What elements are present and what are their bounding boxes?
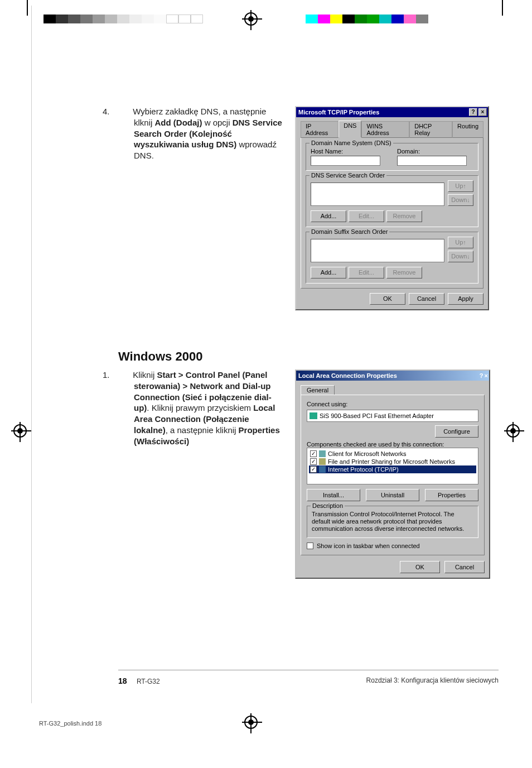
footer-divider xyxy=(118,670,499,670)
domain-input[interactable] xyxy=(397,156,467,166)
dns-remove-button[interactable]: Remove xyxy=(386,210,422,222)
dialog2-title: Local Area Connection Properties xyxy=(298,372,397,379)
cancel2-button[interactable]: Cancel xyxy=(444,561,485,573)
group-dns-search: DNS Service Search Order Up↑ Down↓ Add..… xyxy=(306,175,478,227)
help2-button[interactable]: ? xyxy=(480,372,483,379)
client-icon xyxy=(319,450,326,457)
step-1-number: 1. xyxy=(118,369,130,381)
install-button[interactable]: Install... xyxy=(307,489,360,501)
configure-button[interactable]: Configure xyxy=(435,425,478,438)
host-input[interactable] xyxy=(311,156,380,166)
cancel-button[interactable]: Cancel xyxy=(409,293,444,305)
tab-general[interactable]: General xyxy=(301,385,335,395)
step-4: 4. Wybierz zakładkę DNS, a następnie klk… xyxy=(118,106,499,310)
tab-wins[interactable]: WINS Address xyxy=(361,121,409,138)
group-suffix-search-legend: Domain Suffix Search Order xyxy=(309,228,389,235)
step-4-body: Wybierz zakładkę DNS, a następnie klknij… xyxy=(133,107,282,160)
label-domain: Domain: xyxy=(397,148,467,155)
apply-button[interactable]: Apply xyxy=(448,293,483,305)
dialog2-titlebar: Local Area Connection Properties ? × xyxy=(296,371,489,381)
protocol-icon xyxy=(319,466,326,473)
group-dns-system: Domain Name System (DNS) Host Name: Doma… xyxy=(306,143,478,171)
label-host: Host Name: xyxy=(311,148,380,155)
dialog-titlebar: Microsoft TCP/IP Properties ? × xyxy=(296,107,488,117)
suffix-edit-button[interactable]: Edit... xyxy=(349,267,384,279)
group-description: Description Transmission Control Protoco… xyxy=(307,506,478,538)
ok2-button[interactable]: OK xyxy=(400,561,440,573)
dialog-title: Microsoft TCP/IP Properties xyxy=(298,109,379,116)
lan-connection-properties-dialog: Local Area Connection Properties ? × Gen… xyxy=(295,369,490,579)
suffix-up-button[interactable]: Up↑ xyxy=(448,237,473,248)
checkbox-icon[interactable]: ✓ xyxy=(310,450,317,457)
tab-ip-address[interactable]: IP Address xyxy=(301,121,338,138)
component-fileshare[interactable]: ✓ File and Printer Sharing for Microsoft… xyxy=(309,458,476,465)
suffix-down-button[interactable]: Down↓ xyxy=(448,251,473,262)
footer-chapter: Rozdział 3: Konfiguracja klientów siecio… xyxy=(366,676,499,685)
step-1: 1. Kliknij Start > Control Panel (Panel … xyxy=(118,369,499,579)
page-frame: 4. Wybierz zakładkę DNS, a następnie klk… xyxy=(31,6,502,703)
component-client[interactable]: ✓ Client for Microsoft Networks xyxy=(309,450,476,458)
label-components: Components checked are used by this conn… xyxy=(307,441,478,448)
page-number: 18 xyxy=(118,676,127,685)
network-card-icon xyxy=(309,412,317,419)
group-dns-search-legend: DNS Service Search Order xyxy=(309,172,386,179)
dns-down-button[interactable]: Down↓ xyxy=(448,194,473,206)
page-footer: 18 RT-G32 Rozdział 3: Konfiguracja klien… xyxy=(118,676,499,685)
properties-button[interactable]: Properties xyxy=(425,489,478,501)
suffix-add-button[interactable]: Add... xyxy=(311,267,346,279)
checkbox-icon[interactable]: ✓ xyxy=(310,458,317,465)
close-button[interactable]: × xyxy=(478,108,487,116)
checkbox-icon[interactable] xyxy=(307,543,313,549)
tab-dns[interactable]: DNS xyxy=(338,121,361,137)
dns-add-button[interactable]: Add... xyxy=(311,210,346,222)
label-connect-using: Connect using: xyxy=(307,401,478,407)
tab-routing[interactable]: Routing xyxy=(452,121,483,138)
tab-dhcp[interactable]: DHCP Relay xyxy=(409,121,452,138)
taskbar-checkbox-label: Show icon in taskbar when connected xyxy=(317,543,420,549)
component-tcpip[interactable]: ✓ Internet Protocol (TCP/IP) xyxy=(309,465,476,473)
ok-button[interactable]: OK xyxy=(370,293,405,305)
checkbox-icon[interactable]: ✓ xyxy=(310,466,317,473)
close2-button[interactable]: × xyxy=(485,372,488,379)
suffix-remove-button[interactable]: Remove xyxy=(386,267,422,279)
step-1-text: 1. Kliknij Start > Control Panel (Panel … xyxy=(118,369,283,579)
dns-up-button[interactable]: Up↑ xyxy=(448,180,473,192)
group-dns-system-legend: Domain Name System (DNS) xyxy=(309,140,393,146)
suffix-listbox[interactable] xyxy=(311,239,444,262)
group-suffix-search: Domain Suffix Search Order Up↑ Down↓ Add… xyxy=(306,232,478,284)
indesign-slug: RT-G32_polish.indd 18 xyxy=(39,720,101,727)
tabs: IP Address DNS WINS Address DHCP Relay R… xyxy=(301,121,483,137)
uninstall-button[interactable]: Uninstall xyxy=(366,489,419,501)
group-description-legend: Description xyxy=(311,502,345,509)
help-button[interactable]: ? xyxy=(469,108,477,116)
taskbar-checkbox-row[interactable]: Show icon in taskbar when connected xyxy=(307,543,478,549)
step-1-body: Kliknij Start > Control Panel (Panel ste… xyxy=(133,370,280,446)
description-text: Transmission Control Protocol/Internet P… xyxy=(312,511,473,533)
adapter-field: SiS 900-Based PCI Fast Ethernet Adapter xyxy=(307,410,478,422)
dns-edit-button[interactable]: Edit... xyxy=(349,210,384,222)
tcpip-properties-dialog: Microsoft TCP/IP Properties ? × IP Addre… xyxy=(295,106,489,310)
dns-listbox[interactable] xyxy=(311,183,444,206)
footer-model: RT-G32 xyxy=(137,678,160,685)
step-4-text: 4. Wybierz zakładkę DNS, a następnie klk… xyxy=(118,106,283,310)
share-icon xyxy=(319,458,326,465)
adapter-name: SiS 900-Based PCI Fast Ethernet Adapter xyxy=(320,412,434,419)
section-heading-win2000: Windows 2000 xyxy=(118,349,499,364)
components-list[interactable]: ✓ Client for Microsoft Networks ✓ File a… xyxy=(307,448,478,484)
step-4-number: 4. xyxy=(118,106,130,117)
